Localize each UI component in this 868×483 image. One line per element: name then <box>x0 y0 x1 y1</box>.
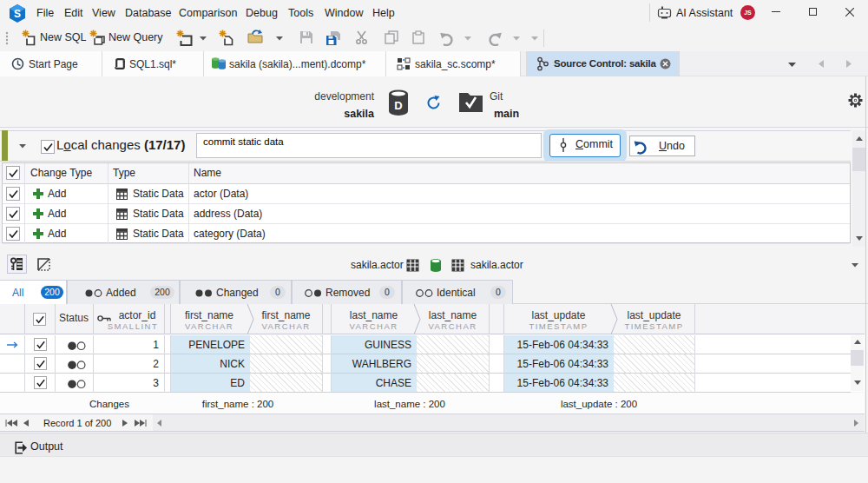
svg-text:D: D <box>394 99 402 112</box>
svg-text:S: S <box>14 8 21 20</box>
